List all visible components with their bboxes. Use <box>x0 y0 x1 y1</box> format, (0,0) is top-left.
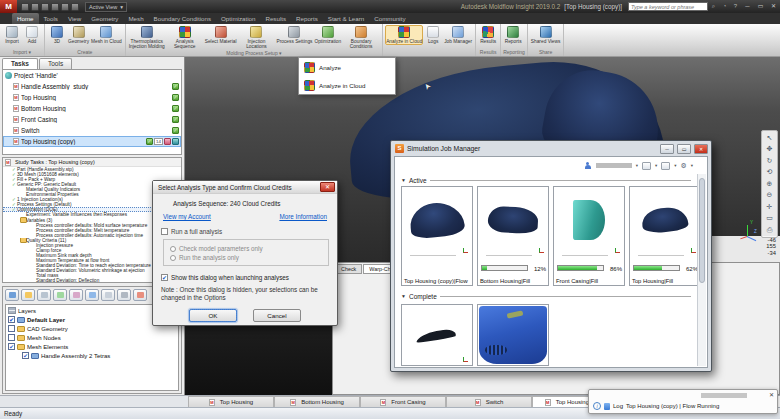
check-parameters-radio[interactable] <box>170 246 176 252</box>
help-icon[interactable]: ? <box>730 0 741 13</box>
layer-visibility-checkbox[interactable]: ✔ <box>22 352 29 359</box>
run-full-analysis-checkbox[interactable] <box>161 228 168 235</box>
ribbon-tab[interactable]: Optimization <box>216 13 260 24</box>
nav-tool-icon[interactable]: ↖ <box>762 132 777 144</box>
maximize-button[interactable]: ▭ <box>754 0 767 13</box>
ribbon-tab[interactable]: Mesh <box>123 13 148 24</box>
layer-row[interactable]: CAD Geometry <box>8 324 176 333</box>
ribbon-group-label[interactable]: Import ▾ <box>2 49 42 56</box>
project-root-row[interactable]: Project 'Handle' <box>3 70 181 81</box>
view-account-link[interactable]: View my Account <box>163 213 211 220</box>
layer-row[interactable]: ✔ Mesh Elements <box>8 342 176 351</box>
complete-section-header[interactable]: Complete <box>395 290 707 302</box>
chevron-down-icon[interactable]: ▾ <box>691 163 693 168</box>
nav-tool-icon[interactable]: ⊖ <box>762 190 777 202</box>
panel-tab[interactable]: Tasks <box>2 58 38 69</box>
jm-close-button[interactable]: ✕ <box>694 144 708 154</box>
cancel-button[interactable]: Cancel <box>253 309 301 322</box>
ok-button[interactable]: OK <box>189 309 237 322</box>
layer-row[interactable]: Mesh Nodes <box>8 333 176 342</box>
ribbon-tab[interactable]: View <box>63 13 86 24</box>
ribbon-button[interactable]: Analysis Sequence <box>166 25 204 50</box>
chevron-down-icon[interactable]: ▾ <box>655 163 657 168</box>
expand-layers-icon[interactable] <box>85 289 99 301</box>
new-layer-icon[interactable] <box>5 289 19 301</box>
dialog-close-button[interactable]: ✕ <box>320 182 335 192</box>
jm-scrollbar-thumb[interactable] <box>699 178 705 283</box>
log-file-icon[interactable] <box>604 403 610 410</box>
active-view-dropdown[interactable]: Active View▾ <box>85 2 127 12</box>
application-menu-button[interactable]: M <box>0 0 17 13</box>
study-tab[interactable]: Bottom Housing <box>274 396 360 407</box>
layer-visibility-checkbox[interactable] <box>8 325 15 332</box>
ribbon-button[interactable]: Select Material <box>204 25 238 45</box>
job-card[interactable]: 62% Top Housing|Fill <box>629 186 701 286</box>
ribbon-button[interactable]: Shared Views <box>530 25 562 45</box>
print-icon[interactable] <box>71 3 79 11</box>
ribbon-tab[interactable]: Home <box>12 13 39 24</box>
layer-row[interactable]: ✔ Handle Assembly 2 Tetras <box>8 351 176 360</box>
sign-in-icon[interactable]: ◔ <box>719 0 730 13</box>
assign-layer-icon[interactable] <box>53 289 67 301</box>
ribbon-button[interactable]: Analyze in Cloud <box>385 25 423 45</box>
study-row[interactable]: Handle Assembly_study <box>3 81 181 92</box>
more-information-link[interactable]: More Information <box>279 213 327 220</box>
run-analysis-only-radio[interactable] <box>170 255 176 261</box>
activate-layer-icon[interactable] <box>37 289 51 301</box>
redo-icon[interactable] <box>61 3 69 11</box>
ribbon-tab[interactable]: Boundary Conditions <box>149 13 216 24</box>
undo-icon[interactable] <box>51 3 59 11</box>
minimize-button[interactable]: ─ <box>741 0 754 13</box>
ribbon-tab[interactable]: Tools <box>39 13 63 24</box>
ribbon-button[interactable]: Boundary Conditions <box>342 25 380 50</box>
job-card[interactable]: Top Housing (copy)|Flow <box>401 186 473 286</box>
active-section-header[interactable]: Active <box>395 174 707 186</box>
grid-view-icon[interactable] <box>661 162 670 170</box>
jm-maximize-button[interactable]: ▭ <box>677 144 691 154</box>
toast-close-icon[interactable] <box>769 391 774 398</box>
ribbon-button[interactable]: Results <box>478 25 498 45</box>
job-card[interactable]: 12% Bottom Housing|Fill <box>477 186 549 286</box>
study-tab[interactable]: Top Housing <box>188 396 274 407</box>
ribbon-button[interactable]: Geometry <box>67 25 90 45</box>
study-row-selected[interactable]: Top Housing (copy) 14 <box>3 136 181 147</box>
ribbon-button[interactable]: Thermoplastics Injection Molding <box>128 25 166 50</box>
new-icon[interactable] <box>21 3 29 11</box>
study-row[interactable]: Switch <box>3 125 181 136</box>
jm-scrollbar[interactable] <box>697 174 706 366</box>
study-row[interactable]: Top Housing <box>3 92 181 103</box>
ribbon-button[interactable]: Injection Locations <box>237 25 275 50</box>
layer-row[interactable]: ✔ Default Layer <box>8 315 176 324</box>
complete-job-card[interactable] <box>401 304 473 366</box>
save-icon[interactable] <box>41 3 49 11</box>
ribbon-tab[interactable]: Start & Learn <box>323 13 369 24</box>
ribbon-button[interactable]: Mesh in Cloud <box>90 25 123 45</box>
ribbon-tab[interactable]: Reports <box>291 13 323 24</box>
layers-root-row[interactable]: Layers <box>8 306 176 315</box>
filter-layers-icon[interactable] <box>117 289 131 301</box>
open-icon[interactable] <box>31 3 39 11</box>
job-card[interactable]: 86% Front Casing|Fill <box>553 186 625 286</box>
delete-layer-icon[interactable] <box>133 289 147 301</box>
ribbon-button[interactable]: Logs <box>423 25 443 45</box>
search-icon[interactable]: ⌕ <box>708 0 719 13</box>
nav-tool-icon[interactable]: ✛ <box>762 201 777 213</box>
layer-display-icon[interactable] <box>101 289 115 301</box>
show-dialog-checkbox[interactable]: ✔ <box>161 274 168 281</box>
search-input[interactable] <box>628 2 708 11</box>
ribbon-button[interactable]: Reports <box>503 25 523 45</box>
close-button[interactable]: ✕ <box>767 0 780 13</box>
study-tab[interactable]: Front Casing <box>360 396 446 407</box>
list-view-icon[interactable] <box>642 162 651 170</box>
ribbon-button[interactable]: Add <box>22 25 42 45</box>
ribbon-button[interactable]: Import <box>2 25 22 45</box>
nav-tool-icon[interactable]: ✥ <box>762 144 777 156</box>
layer-visibility-checkbox[interactable]: ✔ <box>8 316 15 323</box>
ribbon-button[interactable]: Process Settings <box>275 25 313 45</box>
gear-icon[interactable]: ⚙ <box>680 162 686 170</box>
chevron-down-icon[interactable]: ▾ <box>636 163 638 168</box>
logs-tab[interactable]: Check <box>335 264 362 274</box>
nav-tool-icon[interactable]: ▭ <box>762 213 777 225</box>
panel-tab[interactable]: Tools <box>39 58 72 69</box>
log-link[interactable]: Log <box>613 403 623 409</box>
